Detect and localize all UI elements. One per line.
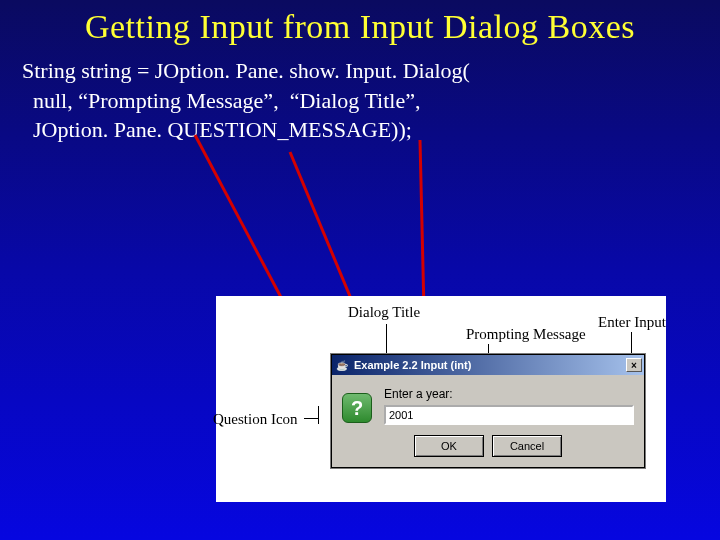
code-line-2: null, “Prompting Message”, “Dialog Title…: [22, 86, 700, 116]
input-dialog: ☕ Example 2.2 Input (int) × ? Enter a ye…: [331, 354, 645, 468]
dialog-titlebar: ☕ Example 2.2 Input (int) ×: [332, 355, 644, 375]
button-row: OK Cancel: [332, 431, 644, 467]
code-line-1: String string = JOption. Pane. show. Inp…: [22, 56, 700, 86]
dialog-body: ? Enter a year:: [332, 375, 644, 431]
figure-area: Dialog Title Prompting Message Enter Inp…: [216, 296, 666, 502]
dialog-title-text: Example 2.2 Input (int): [354, 359, 626, 371]
ok-button[interactable]: OK: [414, 435, 484, 457]
question-icon: ?: [342, 393, 372, 423]
label-question-icon: Question Icon: [213, 411, 298, 428]
label-enter-input: Enter Input: [598, 314, 666, 331]
icon-column: ?: [340, 387, 374, 425]
code-block: String string = JOption. Pane. show. Inp…: [0, 56, 720, 145]
cancel-button[interactable]: Cancel: [492, 435, 562, 457]
callout-tick: [318, 406, 319, 424]
callout-tick: [386, 324, 387, 354]
label-dialog-title: Dialog Title: [348, 304, 420, 321]
label-prompting-message: Prompting Message: [466, 326, 586, 343]
java-icon: ☕: [334, 357, 350, 373]
slide-title: Getting Input from Input Dialog Boxes: [0, 0, 720, 56]
close-button[interactable]: ×: [626, 358, 642, 372]
year-input[interactable]: [384, 405, 634, 425]
form-column: Enter a year:: [384, 387, 634, 425]
callout-tick: [304, 418, 318, 419]
prompt-text: Enter a year:: [384, 387, 634, 401]
code-line-3: JOption. Pane. QUESTION_MESSAGE));: [22, 115, 700, 145]
